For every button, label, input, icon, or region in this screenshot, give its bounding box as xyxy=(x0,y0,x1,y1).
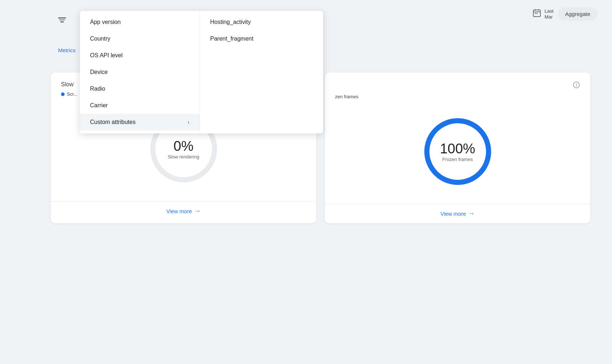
card-footer-slow: View more → xyxy=(51,201,316,221)
card-header-frozen xyxy=(325,73,590,93)
menu-item-carrier[interactable]: Carrier xyxy=(80,97,200,114)
filter-line-1 xyxy=(58,17,66,18)
card-subtitle-frozen: zen frames xyxy=(325,93,590,102)
chevron-right-icon: › xyxy=(188,119,189,125)
menu-item-device[interactable]: Device xyxy=(80,64,200,80)
donut-frozen: 100% Frozen frames xyxy=(418,112,498,191)
dropdown-right: Hosting_activity Parent_fragment xyxy=(200,11,323,133)
calendar-icon xyxy=(532,8,542,20)
donut-desc-slow: Slow rendering xyxy=(168,154,199,160)
donut-desc-frozen: Frozen frames xyxy=(440,157,475,162)
last-label: Last xyxy=(544,8,554,14)
calendar-area: Last Mar xyxy=(532,8,554,20)
menu-item-hosting-activity[interactable]: Hosting_activity xyxy=(200,14,323,30)
filter-icon[interactable] xyxy=(58,17,66,22)
filter-line-3 xyxy=(60,21,64,22)
top-bar: Last Mar Aggregate xyxy=(518,0,612,28)
donut-pct-slow: 0% xyxy=(168,138,199,154)
date-info: Last Mar xyxy=(544,8,554,20)
arrow-right-slow: → xyxy=(194,207,201,215)
frozen-frames-card: zen frames 100% Frozen frames View more … xyxy=(325,73,590,223)
menu-item-os-api[interactable]: OS API level xyxy=(80,47,200,64)
view-more-frozen[interactable]: View more → xyxy=(335,210,580,218)
date-label: Mar xyxy=(544,14,554,20)
dot-slow xyxy=(61,92,65,96)
arrow-right-frozen: → xyxy=(468,210,475,218)
donut-center-frozen: 100% Frozen frames xyxy=(440,141,475,162)
menu-item-radio[interactable]: Radio xyxy=(80,80,200,97)
dropdown-menu: App version Country OS API level Device … xyxy=(80,11,323,133)
menu-item-parent-fragment[interactable]: Parent_fragment xyxy=(200,30,323,47)
donut-pct-frozen: 100% xyxy=(440,141,475,157)
svg-rect-4 xyxy=(535,13,536,14)
donut-center-slow: 0% Slow rendering xyxy=(168,138,199,160)
menu-item-country[interactable]: Country xyxy=(80,30,200,47)
card-body-frozen: 100% Frozen frames xyxy=(325,102,590,204)
menu-item-custom-attributes[interactable]: Custom attributes › xyxy=(80,114,200,131)
info-icon xyxy=(573,81,580,90)
dropdown-left: App version Country OS API level Device … xyxy=(80,11,200,133)
card-subtitle-text-frozen: zen frames xyxy=(335,94,358,99)
card-subtitle-text-slow: Scr... xyxy=(67,91,78,97)
card-title-slow: Slow xyxy=(61,81,74,88)
svg-rect-5 xyxy=(536,13,538,14)
card-footer-frozen: View more → xyxy=(325,204,590,223)
filter-line-2 xyxy=(59,20,65,21)
metrics-label: Metrics xyxy=(58,47,76,53)
view-more-slow[interactable]: View more → xyxy=(61,207,306,215)
menu-item-app-version[interactable]: App version xyxy=(80,14,200,30)
aggregate-button[interactable]: Aggregate xyxy=(558,7,597,21)
